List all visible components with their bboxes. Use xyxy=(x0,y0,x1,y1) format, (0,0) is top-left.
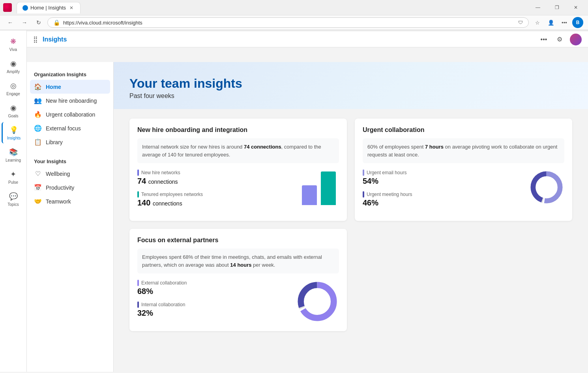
rail-item-engage[interactable]: ◎ Engage xyxy=(2,78,25,99)
new-hire-color-bar-2 xyxy=(137,191,139,198)
minimize-button[interactable]: — xyxy=(529,2,547,13)
nav-label-new-hire: New hire onboarding xyxy=(46,98,97,104)
maximize-button[interactable]: ❐ xyxy=(548,2,566,13)
new-hire-stat-1: New hire networks 74 connections xyxy=(137,170,294,186)
goals-icon: ◉ xyxy=(9,103,18,113)
more-options-button[interactable]: ••• xyxy=(538,34,549,45)
more-tools-icon[interactable]: ••• xyxy=(559,17,570,28)
bar-2 xyxy=(321,171,336,205)
new-hire-card-title: New hire onboarding and integration xyxy=(137,126,339,134)
tab-strip: Home | Insights ✕ xyxy=(17,2,81,13)
external-stats: External collaboration 68% Internal coll… xyxy=(137,280,339,323)
external-color-bar-1 xyxy=(137,280,139,286)
address-bar[interactable]: 🔒 https://viva.cloud.microsoft/insights … xyxy=(47,17,529,28)
close-button[interactable]: ✕ xyxy=(567,2,585,13)
nav-item-home[interactable]: 🏠 Home xyxy=(30,80,110,94)
home-icon: 🏠 xyxy=(34,83,42,90)
external-stat-value-1: 68% xyxy=(137,287,288,296)
rail-label-amplify: Amplify xyxy=(7,70,20,74)
refresh-button[interactable]: ↻ xyxy=(33,17,44,28)
tab-title: Home | Insights xyxy=(30,5,66,11)
amplify-icon: ◉ xyxy=(9,59,18,68)
urgent-stat-value-2: 46% xyxy=(363,198,521,207)
nav-item-wellbeing[interactable]: ♡ Wellbeing xyxy=(30,167,110,181)
back-button[interactable]: ← xyxy=(5,17,16,28)
urgent-collab-card: Urgent collaboration 60% of employees sp… xyxy=(355,119,572,221)
app-header-title: Insights xyxy=(43,36,67,43)
urgent-icon: 🔥 xyxy=(34,111,42,118)
nav-label-teamwork: Teamwork xyxy=(46,198,71,205)
insights-icon: 💡 xyxy=(9,125,19,135)
external-stats-list: External collaboration 68% Internal coll… xyxy=(137,280,288,323)
rail-item-learning[interactable]: 📚 Learning xyxy=(2,144,25,166)
nav-item-urgent[interactable]: 🔥 Urgent collaboration xyxy=(30,107,110,121)
urgent-color-bar-1 xyxy=(363,170,364,176)
new-hire-stat-value-2: 140 connections xyxy=(137,198,294,207)
urgent-color-bar-2 xyxy=(363,191,364,198)
wellbeing-icon: ♡ xyxy=(34,170,42,177)
library-icon: 📋 xyxy=(34,138,42,146)
nav-label-productivity: Productivity xyxy=(46,185,74,191)
external-icon: 🌐 xyxy=(34,124,42,132)
bing-button[interactable]: B xyxy=(572,17,583,28)
urgent-stat-value-1: 54% xyxy=(363,177,521,186)
rail-item-insights[interactable]: 💡 Insights xyxy=(2,122,25,143)
rail-label-viva: Viva xyxy=(9,47,17,52)
nav-item-new-hire[interactable]: 👥 New hire onboarding xyxy=(30,94,110,107)
pulse-icon: ✦ xyxy=(9,170,18,179)
settings-button[interactable]: ⚙ xyxy=(554,34,565,45)
bar-chart xyxy=(302,170,339,205)
nav-item-productivity[interactable]: 📅 Productivity xyxy=(30,181,110,194)
lock-icon: 🔒 xyxy=(53,19,60,26)
grid-menu-icon[interactable]: ⣿ xyxy=(33,36,38,43)
cards-grid: New hire onboarding and integration Inte… xyxy=(129,119,572,331)
app-header: ⣿ Insights ••• ⚙ xyxy=(27,32,588,47)
nav-item-teamwork[interactable]: 🤝 Teamwork xyxy=(30,194,110,208)
tab-close-button[interactable]: ✕ xyxy=(68,5,75,11)
hero-banner: Your team insights Past four weeks xyxy=(114,62,588,109)
urgent-stat-label-2: Urgent meeting hours xyxy=(363,191,521,198)
external-stat-label-2: Internal collaboration xyxy=(137,301,288,308)
hero-title: Your team insights xyxy=(129,76,572,91)
window-controls: — ❐ ✕ xyxy=(529,2,585,13)
main-content: Your team insights Past four weeks New h… xyxy=(114,62,588,372)
nav-item-external[interactable]: 🌐 External focus xyxy=(30,121,110,135)
external-donut-svg xyxy=(296,280,339,323)
nav-item-library[interactable]: 📋 Library xyxy=(30,135,110,149)
urgent-donut-svg xyxy=(529,170,564,205)
your-section-title: Your Insights xyxy=(30,155,110,167)
active-tab[interactable]: Home | Insights ✕ xyxy=(17,2,81,13)
collections-icon[interactable]: ☆ xyxy=(532,17,543,28)
viva-icon: ❋ xyxy=(9,37,18,46)
external-stat-1: External collaboration 68% xyxy=(137,280,288,296)
teamwork-icon: 🤝 xyxy=(34,198,42,205)
profile-icon[interactable]: 👤 xyxy=(545,17,556,28)
left-nav: Organization Insights 🏠 Home 👥 New hire … xyxy=(27,62,114,372)
new-hire-color-bar-1 xyxy=(137,170,139,176)
rail-label-topics: Topics xyxy=(7,202,19,207)
new-hire-description: Internal network size for new hires is a… xyxy=(137,138,339,163)
rail-item-goals[interactable]: ◉ Goals xyxy=(2,100,25,121)
org-section-title: Organization Insights xyxy=(30,68,110,80)
external-stat-label-1: External collaboration xyxy=(137,280,288,286)
icon-rail: ❋ Viva ◉ Amplify ◎ Engage ◉ Goals 💡 Insi… xyxy=(0,30,27,372)
rail-item-pulse[interactable]: ✦ Pulse xyxy=(2,166,25,188)
engage-icon: ◎ xyxy=(9,81,18,90)
new-hire-stats: New hire networks 74 connections Tenured… xyxy=(137,170,339,213)
rail-item-viva[interactable]: ❋ Viva xyxy=(2,34,25,55)
nav-label-urgent: Urgent collaboration xyxy=(46,111,95,118)
forward-button[interactable]: → xyxy=(19,17,30,28)
urgent-description: 60% of employees spent 7 hours on averag… xyxy=(363,138,564,163)
external-description: Employees spent 68% of their time in mee… xyxy=(137,249,339,273)
urgent-stat-label-1: Urgent email hours xyxy=(363,170,521,176)
browser-shield-icon: 🛡 xyxy=(518,20,523,25)
rail-label-pulse: Pulse xyxy=(8,180,18,185)
rail-item-amplify[interactable]: ◉ Amplify xyxy=(2,56,25,77)
user-avatar[interactable] xyxy=(570,34,582,45)
rail-item-topics[interactable]: 💬 Topics xyxy=(2,188,25,210)
urgent-card-title: Urgent collaboration xyxy=(363,126,564,134)
new-hire-stats-list: New hire networks 74 connections Tenured… xyxy=(137,170,294,213)
urgent-stats: Urgent email hours 54% Urgent meeting ho… xyxy=(363,170,564,213)
new-hire-stat-label-2: Tenured employees networks xyxy=(137,191,294,198)
new-hire-stat-label-1: New hire networks xyxy=(137,170,294,176)
